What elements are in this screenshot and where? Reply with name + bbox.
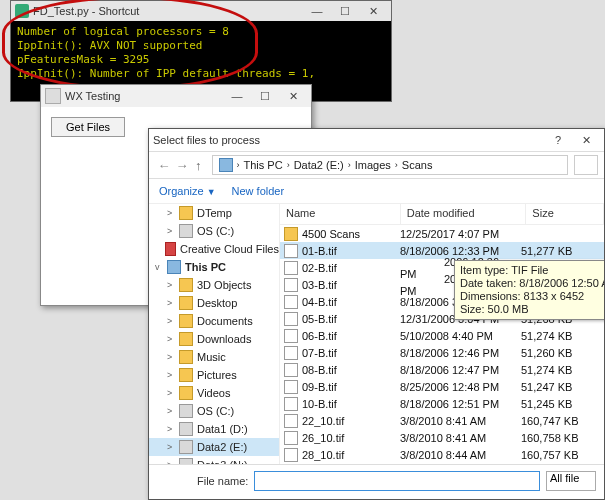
- file-row[interactable]: 08-B.tif8/18/2006 12:47 PM51,274 KB: [280, 361, 604, 378]
- tree-item[interactable]: >OS (C:): [149, 402, 279, 420]
- chevron-right-icon: ›: [395, 160, 398, 170]
- file-row[interactable]: 06-B.tif5/10/2008 4:40 PM51,274 KB: [280, 327, 604, 344]
- minimize-button[interactable]: —: [303, 0, 331, 22]
- file-row[interactable]: 94_23.tif3/8/2010 8:46 AM160,751 KB: [280, 463, 604, 464]
- breadcrumb-segment[interactable]: Images: [355, 159, 391, 171]
- tree-item[interactable]: >DTemp: [149, 204, 279, 222]
- file-icon: [284, 295, 298, 309]
- organize-menu[interactable]: Organize▼: [159, 185, 216, 197]
- file-icon: [284, 431, 298, 445]
- folder-icon: [179, 314, 193, 328]
- tree-label: Creative Cloud Files: [180, 243, 279, 255]
- filename-input[interactable]: [254, 471, 540, 491]
- col-size[interactable]: Size: [526, 204, 604, 224]
- expand-icon[interactable]: >: [167, 388, 175, 398]
- file-row[interactable]: 09-B.tif8/25/2006 12:48 PM51,247 KB: [280, 378, 604, 395]
- expand-icon[interactable]: v: [155, 262, 163, 272]
- tree-item[interactable]: >Documents: [149, 312, 279, 330]
- expand-icon[interactable]: >: [167, 280, 175, 290]
- maximize-button[interactable]: ☐: [251, 85, 279, 107]
- cc-icon: [165, 242, 176, 256]
- file-name: 03-B.tif: [302, 279, 337, 291]
- expand-icon[interactable]: >: [167, 316, 175, 326]
- tree-item[interactable]: >Downloads: [149, 330, 279, 348]
- file-name: 04-B.tif: [302, 296, 337, 308]
- minimize-button[interactable]: —: [223, 85, 251, 107]
- file-size: 51,277 KB: [515, 245, 587, 257]
- breadcrumb[interactable]: › This PC › Data2 (E:) › Images › Scans: [212, 155, 569, 175]
- file-type-combo[interactable]: All file: [546, 471, 596, 491]
- search-input[interactable]: [574, 155, 598, 175]
- tree-label: This PC: [185, 261, 226, 273]
- expand-icon[interactable]: >: [167, 370, 175, 380]
- file-name: 01-B.tif: [302, 245, 337, 257]
- maximize-button[interactable]: ☐: [331, 0, 359, 22]
- expand-icon[interactable]: >: [167, 460, 175, 464]
- file-row[interactable]: 22_10.tif3/8/2010 8:41 AM160,747 KB: [280, 412, 604, 429]
- wx-titlebar[interactable]: WX Testing — ☐ ✕: [41, 85, 311, 107]
- tree-label: OS (C:): [197, 225, 234, 237]
- column-headers[interactable]: Name Date modified Size: [280, 204, 604, 225]
- file-icon: [284, 278, 298, 292]
- dialog-toolbar: Organize▼ New folder: [149, 179, 604, 204]
- close-button[interactable]: ✕: [572, 129, 600, 151]
- file-icon: [284, 329, 298, 343]
- tree-item[interactable]: >Data3 (N:): [149, 456, 279, 464]
- file-name: 02-B.tif: [302, 262, 337, 274]
- folder-icon: [179, 296, 193, 310]
- file-row[interactable]: 4500 Scans12/25/2017 4:07 PM: [280, 225, 604, 242]
- tree-label: Desktop: [197, 297, 237, 309]
- file-size: 51,245 KB: [515, 398, 587, 410]
- folder-tree[interactable]: >DTemp>OS (C:)Creative Cloud FilesvThis …: [149, 204, 280, 464]
- terminal-output: Number of logical processors = 8 IppInit…: [11, 21, 391, 85]
- tree-item[interactable]: >Music: [149, 348, 279, 366]
- file-name: 08-B.tif: [302, 364, 337, 376]
- tree-item[interactable]: >Pictures: [149, 366, 279, 384]
- tree-item[interactable]: vThis PC: [149, 258, 279, 276]
- drive-icon: [179, 458, 193, 464]
- python-icon: [15, 4, 29, 18]
- forward-button[interactable]: →: [173, 158, 191, 173]
- close-button[interactable]: ✕: [359, 0, 387, 22]
- col-name[interactable]: Name: [280, 204, 401, 224]
- file-icon: [284, 261, 298, 275]
- tree-item[interactable]: >Videos: [149, 384, 279, 402]
- terminal-titlebar[interactable]: FD_Test.py - Shortcut — ☐ ✕: [11, 1, 391, 21]
- new-folder-button[interactable]: New folder: [232, 185, 285, 197]
- file-row[interactable]: 26_10.tif3/8/2010 8:41 AM160,758 KB: [280, 429, 604, 446]
- expand-icon[interactable]: >: [167, 226, 175, 236]
- dialog-titlebar[interactable]: Select files to process ? ✕: [149, 129, 604, 152]
- expand-icon[interactable]: >: [167, 208, 175, 218]
- file-name: 06-B.tif: [302, 330, 337, 342]
- breadcrumb-segment[interactable]: Scans: [402, 159, 433, 171]
- tree-item[interactable]: >Desktop: [149, 294, 279, 312]
- tree-item[interactable]: >3D Objects: [149, 276, 279, 294]
- pc-icon: [167, 260, 181, 274]
- file-list[interactable]: Name Date modified Size 4500 Scans12/25/…: [280, 204, 604, 464]
- breadcrumb-segment[interactable]: This PC: [244, 159, 283, 171]
- breadcrumb-segment[interactable]: Data2 (E:): [294, 159, 344, 171]
- chevron-down-icon: ▼: [207, 187, 216, 197]
- expand-icon[interactable]: >: [167, 442, 175, 452]
- back-button[interactable]: ←: [155, 158, 173, 173]
- tree-item[interactable]: >Data1 (D:): [149, 420, 279, 438]
- up-button[interactable]: ↑: [195, 158, 202, 173]
- expand-icon[interactable]: >: [167, 334, 175, 344]
- col-date[interactable]: Date modified: [401, 204, 527, 224]
- get-files-button[interactable]: Get Files: [51, 117, 125, 137]
- file-row[interactable]: 07-B.tif8/18/2006 12:46 PM51,260 KB: [280, 344, 604, 361]
- expand-icon[interactable]: >: [167, 298, 175, 308]
- help-button[interactable]: ?: [544, 129, 572, 151]
- expand-icon[interactable]: >: [167, 424, 175, 434]
- expand-icon[interactable]: >: [167, 352, 175, 362]
- expand-icon[interactable]: >: [167, 406, 175, 416]
- file-icon: [284, 448, 298, 462]
- tree-item[interactable]: >Data2 (E:): [149, 438, 279, 456]
- tree-item[interactable]: Creative Cloud Files: [149, 240, 279, 258]
- close-button[interactable]: ✕: [279, 85, 307, 107]
- file-row[interactable]: 28_10.tif3/8/2010 8:44 AM160,757 KB: [280, 446, 604, 463]
- tree-item[interactable]: >OS (C:): [149, 222, 279, 240]
- file-row[interactable]: 10-B.tif8/18/2006 12:51 PM51,245 KB: [280, 395, 604, 412]
- folder-icon: [179, 386, 193, 400]
- file-size: 51,274 KB: [515, 330, 587, 342]
